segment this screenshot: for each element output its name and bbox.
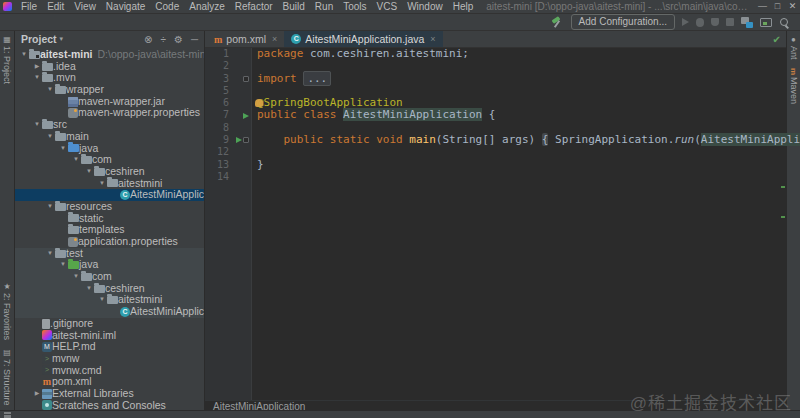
- expanded-arrow-icon[interactable]: ▼: [32, 119, 42, 131]
- toolwindow-tab-favorites[interactable]: ★2: Favorites: [2, 278, 12, 344]
- expanded-arrow-icon[interactable]: ▼: [97, 178, 107, 190]
- tree-item-scratches-and-consoles[interactable]: Scratches and Consoles: [15, 400, 204, 410]
- collapsed-arrow-icon[interactable]: ▶: [32, 388, 42, 400]
- toolwindow-tab-structure[interactable]: ▤7: Structure: [2, 344, 12, 410]
- code-line-13[interactable]: 13}: [205, 159, 786, 171]
- tree-item-aitestminiapplicationtests[interactable]: CAitestMiniApplicationTests: [15, 306, 204, 318]
- expanded-arrow-icon[interactable]: ▼: [84, 283, 94, 295]
- test-sources-folder-icon: [68, 261, 79, 269]
- fold-marker-icon[interactable]: [243, 137, 249, 143]
- code-token: run: [674, 133, 694, 146]
- build-hammer-icon[interactable]: [551, 16, 564, 29]
- project-structure-icon[interactable]: [741, 17, 753, 28]
- menu-help[interactable]: Help: [448, 1, 479, 12]
- hide-panel-icon[interactable]: ─: [191, 34, 198, 45]
- gear-icon[interactable]: ⚙: [174, 34, 183, 45]
- menu-edit[interactable]: Edit: [42, 1, 69, 12]
- folder-icon: [42, 74, 53, 82]
- tree-item-test[interactable]: ▼test: [15, 248, 204, 260]
- chevron-down-icon[interactable]: ▾: [60, 35, 64, 43]
- add-configuration-button[interactable]: Add Configuration...: [571, 14, 675, 30]
- search-everywhere-icon[interactable]: [779, 17, 790, 28]
- locate-file-icon[interactable]: ⊗: [144, 34, 152, 45]
- editor-tab-aitestminiapplication-java[interactable]: CAitestMiniApplication.java×: [284, 31, 442, 47]
- expanded-arrow-icon[interactable]: ▼: [45, 248, 55, 260]
- expanded-arrow-icon[interactable]: ▼: [58, 259, 68, 271]
- editor-breadcrumb[interactable]: AitestMiniApplication: [205, 400, 786, 410]
- menu-refactor[interactable]: Refactor: [230, 1, 278, 12]
- project-panel-title[interactable]: Project: [21, 33, 57, 45]
- code-text: }: [251, 159, 264, 171]
- expanded-arrow-icon[interactable]: ▼: [32, 72, 42, 84]
- tree-item--idea[interactable]: ▶.idea: [15, 61, 204, 73]
- tree-item-resources[interactable]: ▼resources: [15, 201, 204, 213]
- toolwindow-tab-project[interactable]: ▦1: Project: [2, 31, 12, 88]
- code-line-14[interactable]: 14: [205, 171, 786, 183]
- expanded-arrow-icon[interactable]: ▼: [45, 131, 55, 143]
- tab-close-icon[interactable]: ×: [272, 34, 277, 44]
- tree-item-external-libraries[interactable]: ▶External Libraries: [15, 388, 204, 400]
- tree-item-mvnw-cmd[interactable]: >mvnw.cmd: [15, 365, 204, 377]
- tree-item--mvn[interactable]: ▼.mvn: [15, 72, 204, 84]
- expanded-arrow-icon[interactable]: ▼: [71, 271, 81, 283]
- tree-item-aitest-mini-iml[interactable]: aitest-mini.iml: [15, 330, 204, 342]
- tree-item-mvnw[interactable]: >mvnw: [15, 353, 204, 365]
- code-line-3[interactable]: 3import ...: [205, 73, 786, 85]
- expanded-arrow-icon[interactable]: ▼: [84, 166, 94, 178]
- tree-item-help-md[interactable]: MHELP.md: [15, 341, 204, 353]
- code-line-9[interactable]: 9 public static void main(String[] args)…: [205, 134, 786, 146]
- menu-view[interactable]: View: [69, 1, 101, 12]
- tree-item-maven-wrapper-properties[interactable]: maven-wrapper.properties: [15, 107, 204, 119]
- expanded-arrow-icon[interactable]: ▼: [19, 49, 29, 61]
- expanded-arrow-icon[interactable]: ▼: [71, 154, 81, 166]
- collapsed-arrow-icon[interactable]: ▶: [32, 61, 42, 73]
- close-button[interactable]: ✕: [785, 0, 800, 13]
- menu-items-container: FileEditViewNavigateCodeAnalyzeRefactorB…: [16, 1, 478, 12]
- inspections-ok-icon[interactable]: ✔: [773, 34, 781, 45]
- layout-window-icon[interactable]: [760, 18, 772, 27]
- menu-analyze[interactable]: Analyze: [184, 1, 230, 12]
- intention-bulb-icon[interactable]: [255, 99, 263, 107]
- collapse-all-icon[interactable]: ÷: [160, 34, 166, 45]
- code-line-12[interactable]: 12: [205, 146, 786, 158]
- menu-code[interactable]: Code: [150, 1, 184, 12]
- minimize-button[interactable]: —: [755, 0, 770, 13]
- run-icon: [682, 18, 689, 26]
- toolwindow-tab-maven[interactable]: mMaven: [789, 64, 799, 108]
- run-gutter-icon[interactable]: [243, 113, 249, 119]
- navigation-bar: Add Configuration...: [0, 14, 800, 31]
- expanded-arrow-icon[interactable]: ▼: [97, 294, 107, 306]
- fold-marker-icon[interactable]: [243, 76, 249, 82]
- editor-tab-pom-xml[interactable]: mpom.xml×: [207, 31, 284, 47]
- code-line-1[interactable]: 1package com.ceshiren.aitestmini;: [205, 48, 786, 60]
- code-line-7[interactable]: 7public class AitestMiniApplication {: [205, 109, 786, 121]
- menu-window[interactable]: Window: [402, 1, 448, 12]
- tree-item-aitest-mini[interactable]: ▼aitest-miniD:\oppo-java\aitest-mini: [15, 49, 204, 61]
- tree-item-main[interactable]: ▼main: [15, 131, 204, 143]
- tree-item-ceshiren[interactable]: ▼ceshiren: [15, 283, 204, 295]
- maximize-button[interactable]: □: [770, 0, 785, 13]
- expanded-arrow-icon[interactable]: ▼: [58, 143, 68, 155]
- expanded-arrow-icon[interactable]: ▼: [45, 84, 55, 96]
- editor-body[interactable]: 1package com.ceshiren.aitestmini;23impor…: [205, 48, 786, 400]
- tree-item-src[interactable]: ▼src: [15, 119, 204, 131]
- menu-file[interactable]: File: [16, 1, 42, 12]
- tree-item-com[interactable]: ▼com: [15, 271, 204, 283]
- tab-close-icon[interactable]: ×: [430, 34, 435, 44]
- class-icon: C: [120, 190, 130, 200]
- tree-item--gitignore[interactable]: .gitignore: [15, 318, 204, 330]
- menu-build[interactable]: Build: [278, 1, 310, 12]
- run-gutter-icon[interactable]: [236, 137, 242, 143]
- iml-file-icon: [42, 330, 52, 340]
- menu-run[interactable]: Run: [310, 1, 338, 12]
- gutter-marker-cell: [233, 159, 251, 171]
- menu-vcs[interactable]: VCS: [372, 1, 403, 12]
- tree-item-application-properties[interactable]: application.properties: [15, 236, 204, 248]
- toolwindow-switcher-icon[interactable]: [4, 412, 11, 418]
- toolwindow-tab-ant[interactable]: ●Ant: [789, 31, 799, 64]
- menu-tools[interactable]: Tools: [338, 1, 371, 12]
- menu-navigate[interactable]: Navigate: [101, 1, 150, 12]
- expanded-arrow-icon[interactable]: ▼: [45, 201, 55, 213]
- tree-item-wrapper[interactable]: ▼wrapper: [15, 84, 204, 96]
- tree-item-ceshiren[interactable]: ▼ceshiren: [15, 166, 204, 178]
